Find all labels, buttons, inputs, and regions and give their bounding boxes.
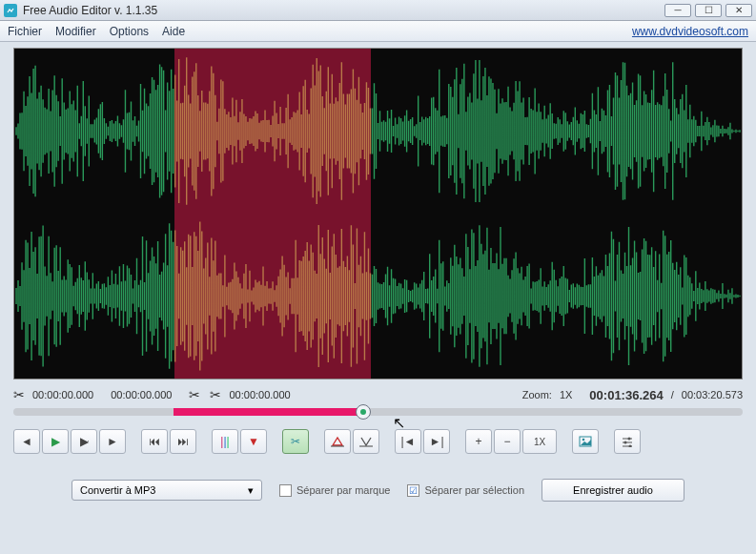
window-title: Free Audio Editor v. 1.1.35	[23, 4, 661, 17]
zoom-label: Zoom:	[522, 389, 552, 400]
time-separator: /	[671, 389, 674, 400]
maximize-button[interactable]: ☐	[695, 4, 722, 17]
split-by-selection-label: Séparer par sélection	[424, 484, 524, 496]
total-duration: 00:03:20.573	[682, 389, 743, 400]
scissors-icon: ✂	[13, 387, 25, 402]
format-dropdown-label: Convertir à MP3	[80, 484, 155, 496]
settings-button[interactable]	[614, 429, 641, 454]
save-audio-label: Enregistrer audio	[573, 484, 653, 496]
go-sel-end-button[interactable]: ►|	[423, 429, 450, 454]
zoom-out-button[interactable]: −	[494, 429, 521, 454]
menu-help[interactable]: Aide	[162, 25, 185, 38]
skip-start-button[interactable]: ⏮	[141, 429, 168, 454]
cursor-icon: ↖	[393, 414, 405, 432]
checkbox-icon: ☑	[407, 484, 419, 497]
image-button[interactable]	[572, 429, 599, 454]
zoom-reset-button[interactable]: 1X	[522, 429, 557, 454]
split-by-marker-label: Séparer par marque	[296, 484, 390, 496]
svg-point-5	[628, 438, 631, 441]
chevron-down-icon: ▾	[248, 484, 254, 497]
cut-time: 00:00:00.000	[229, 389, 290, 400]
timeline-slider[interactable]: ↖	[13, 408, 743, 416]
timeline-selection	[174, 408, 363, 416]
zoom-in-button[interactable]: +	[465, 429, 492, 454]
website-link[interactable]: www.dvdvideosoft.com	[632, 25, 748, 38]
svg-point-7	[624, 441, 627, 444]
markers-button[interactable]: |||	[212, 429, 238, 454]
trim-in-button[interactable]	[353, 429, 379, 454]
play-pause-button[interactable]: ▶.	[71, 429, 97, 454]
titlebar: Free Audio Editor v. 1.1.35 ─ ☐ ✕	[0, 0, 756, 21]
toolbar: ◄ ▶ ▶. ► ⏮ ⏭ ||| ▼ ✂ |◄ ►| + − 1X	[13, 429, 743, 454]
waveform-channel-left	[14, 49, 742, 214]
selection-end-time: 00:00:00.000	[111, 389, 172, 400]
checkbox-icon	[279, 484, 292, 497]
menu-options[interactable]: Options	[110, 25, 149, 38]
app-icon	[4, 4, 17, 17]
save-audio-button[interactable]: Enregistrer audio	[541, 479, 684, 502]
go-sel-start-button[interactable]: |◄	[395, 429, 421, 454]
split-by-marker-checkbox[interactable]: Séparer par marque	[279, 484, 390, 497]
seek-forward-button[interactable]: ►	[99, 429, 126, 454]
bottom-bar: Convertir à MP3 ▾ Séparer par marque ☑ S…	[13, 479, 743, 502]
timeline-handle[interactable]	[356, 404, 371, 420]
scissors-icon: ✂	[189, 387, 200, 402]
seek-back-button[interactable]: ◄	[13, 429, 40, 454]
menu-edit[interactable]: Modifier	[55, 25, 96, 38]
close-button[interactable]: ✕	[725, 4, 752, 17]
skip-end-button[interactable]: ⏭	[170, 429, 196, 454]
play-button[interactable]: ▶	[42, 429, 69, 454]
svg-point-3	[582, 439, 585, 441]
zoom-value: 1X	[560, 389, 572, 400]
marker-down-button[interactable]: ▼	[240, 429, 267, 454]
menubar: Fichier Modifier Options Aide www.dvdvid…	[0, 21, 756, 42]
cut-button[interactable]: ✂	[282, 429, 309, 454]
minimize-button[interactable]: ─	[664, 4, 691, 17]
selection-start-time: 00:00:00.000	[32, 389, 93, 400]
svg-point-9	[629, 445, 632, 448]
waveform-display[interactable]	[13, 48, 743, 380]
playhead-position: 00:01:36.264	[589, 388, 663, 402]
waveform-channel-right	[14, 214, 742, 379]
trim-out-button[interactable]	[324, 429, 351, 454]
menu-file[interactable]: Fichier	[8, 25, 42, 38]
split-by-selection-checkbox[interactable]: ☑ Séparer par sélection	[407, 484, 524, 497]
scissors-icon: ✂	[210, 387, 221, 402]
format-dropdown[interactable]: Convertir à MP3 ▾	[72, 480, 262, 501]
info-bar: ✂ 00:00:00.000 00:00:00.000 ✂ ✂ 00:00:00…	[13, 387, 743, 402]
